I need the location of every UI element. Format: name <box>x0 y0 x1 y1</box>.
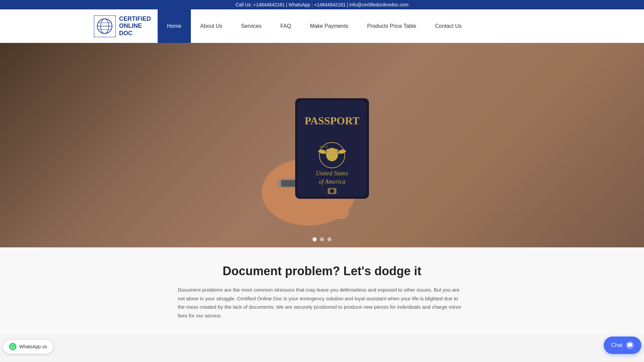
content-heading: Document problem? Let's dodge it <box>7 264 637 278</box>
slider-dot-2[interactable] <box>320 237 324 241</box>
whatsapp-label: WhatsApp us <box>19 344 47 349</box>
svg-point-19 <box>330 189 334 193</box>
slider-dot-1[interactable] <box>313 237 317 241</box>
header: CERTIFIED ONLINE DOC Home About Us Servi… <box>0 9 644 43</box>
whatsapp-icon <box>9 343 16 350</box>
main-nav: Home About Us Services FAQ Make Payments… <box>158 9 471 43</box>
svg-text:of America: of America <box>319 178 345 185</box>
whatsapp-button[interactable]: WhatsApp us <box>3 339 53 354</box>
slider-dots <box>313 237 331 241</box>
nav-about[interactable]: About Us <box>191 9 232 43</box>
svg-text:United States: United States <box>316 170 348 177</box>
nav-payments[interactable]: Make Payments <box>301 9 358 43</box>
logo[interactable]: CERTIFIED ONLINE DOC <box>94 15 151 37</box>
top-bar-text: Call Us: +14844642181 | WhatsApp : +1484… <box>235 2 409 7</box>
chat-icon <box>626 341 634 349</box>
svg-text:✦ ✦ ✦: ✦ ✦ ✦ <box>319 145 328 148</box>
top-bar: Call Us: +14844642181 | WhatsApp : +1484… <box>0 0 644 9</box>
chat-button[interactable]: Chat <box>604 337 641 354</box>
passport-illustration: ✦ ✦ ✦ PASSPORT United States of America <box>262 65 382 226</box>
slider-dot-3[interactable] <box>327 237 331 241</box>
nav-home[interactable]: Home <box>158 9 191 43</box>
logo-text: CERTIFIED ONLINE DOC <box>119 15 151 37</box>
nav-price-table[interactable]: Products Price Table <box>358 9 426 43</box>
chat-label: Chat <box>611 342 623 348</box>
content-section: Document problem? Let's dodge it Documen… <box>0 247 644 333</box>
content-body: Document problems are the most common st… <box>178 286 466 320</box>
hero-slider: ✦ ✦ ✦ PASSPORT United States of America <box>0 43 644 247</box>
nav-faq[interactable]: FAQ <box>271 9 301 43</box>
nav-contact[interactable]: Contact Us <box>426 9 471 43</box>
nav-services[interactable]: Services <box>232 9 271 43</box>
hero-background: ✦ ✦ ✦ PASSPORT United States of America <box>0 43 644 247</box>
logo-icon <box>94 15 116 37</box>
svg-text:PASSPORT: PASSPORT <box>305 115 360 127</box>
